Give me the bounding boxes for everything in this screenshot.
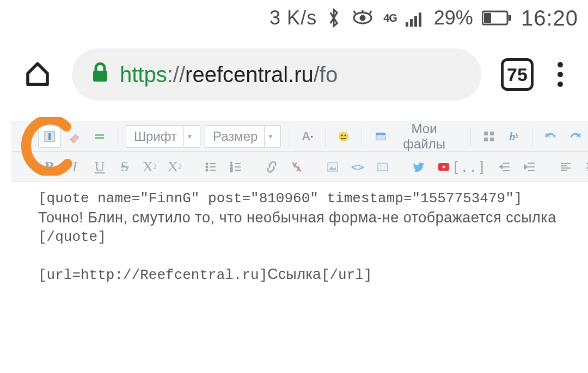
eye-icon xyxy=(351,10,375,26)
svg-rect-5 xyxy=(406,22,408,27)
underline-button[interactable]: U xyxy=(88,156,111,178)
editor-line: [quote name="FinnG" post="810960" timest… xyxy=(38,190,522,207)
tab-count-value: 75 xyxy=(507,64,528,85)
text-color-button[interactable]: A▪ xyxy=(296,125,318,148)
svg-rect-41 xyxy=(378,163,388,171)
twitter-button[interactable] xyxy=(407,156,430,178)
svg-marker-48 xyxy=(500,165,502,169)
network-speed: 3 K/s xyxy=(270,7,317,29)
url-bar[interactable]: https://reefcentral.ru/fo xyxy=(72,48,481,101)
svg-rect-7 xyxy=(414,16,417,27)
link-button[interactable] xyxy=(260,156,283,178)
bbcode-button[interactable]: bb xyxy=(503,125,525,148)
indent-button[interactable] xyxy=(518,156,541,178)
align-left-button[interactable] xyxy=(554,156,577,178)
numbered-list-button[interactable]: 123 xyxy=(224,156,247,178)
superscript-button[interactable]: X2 xyxy=(163,156,186,178)
undo-button[interactable] xyxy=(539,125,562,148)
svg-point-28 xyxy=(206,166,208,167)
image-button[interactable] xyxy=(321,156,344,178)
svg-rect-8 xyxy=(419,13,421,27)
svg-rect-23 xyxy=(490,132,494,135)
url-protocol: https xyxy=(120,63,167,86)
quote-button[interactable]: " xyxy=(371,156,394,178)
outdent-button[interactable] xyxy=(493,156,516,178)
svg-rect-24 xyxy=(484,138,488,141)
editor-toolbar-row-2: B I U S X2 X2 123 <> " xyxy=(11,152,588,182)
overflow-menu-icon[interactable] xyxy=(553,58,567,91)
font-select-label: Шрифт xyxy=(134,129,177,144)
svg-rect-11 xyxy=(484,13,491,23)
svg-point-1 xyxy=(360,16,365,20)
brackets-button[interactable]: [..] xyxy=(457,156,480,178)
my-files-button[interactable]: Мои файлы xyxy=(369,125,464,148)
bold-button[interactable]: B xyxy=(38,156,61,178)
grid-button[interactable] xyxy=(477,125,500,148)
font-select[interactable]: Шрифт ▼ xyxy=(126,125,200,148)
editor-line: Ссылка xyxy=(267,266,321,282)
subscript-button[interactable]: X2 xyxy=(138,156,161,178)
toggle-source-button[interactable] xyxy=(38,125,61,148)
url-separator: :// xyxy=(167,63,185,86)
redo-button[interactable] xyxy=(564,125,587,148)
home-icon[interactable] xyxy=(23,59,52,90)
svg-point-26 xyxy=(206,163,208,164)
page-frame: Шрифт ▼ Размер ▼ A▪ Мои файлы bb xyxy=(11,121,588,373)
editor-textarea[interactable]: [quote name="FinnG" post="810960" timest… xyxy=(11,182,588,373)
battery-icon xyxy=(482,10,512,26)
my-files-label: Мои файлы xyxy=(390,121,458,152)
svg-rect-12 xyxy=(93,71,107,82)
svg-rect-25 xyxy=(490,138,494,141)
strike-button[interactable]: S xyxy=(113,156,136,178)
editor-toolbar-row-1: Шрифт ▼ Размер ▼ A▪ Мои файлы bb xyxy=(11,121,588,152)
tab-count-button[interactable]: 75 xyxy=(501,58,534,91)
browser-bar: https://reefcentral.ru/fo 75 xyxy=(0,36,588,113)
battery-percent: 29% xyxy=(434,7,473,29)
svg-rect-6 xyxy=(410,19,413,27)
editor-line: [/url] xyxy=(321,267,372,283)
eraser-button[interactable] xyxy=(63,125,86,148)
svg-rect-15 xyxy=(95,134,104,136)
svg-rect-21 xyxy=(376,133,385,135)
italic-button[interactable]: I xyxy=(63,156,86,178)
svg-line-4 xyxy=(370,11,371,14)
svg-text:3: 3 xyxy=(230,168,232,173)
chevron-down-icon: ▼ xyxy=(183,126,195,147)
chevron-down-icon: ▼ xyxy=(264,126,276,147)
svg-point-30 xyxy=(206,169,208,171)
unlink-button[interactable] xyxy=(285,156,308,178)
svg-line-2 xyxy=(354,11,356,14)
svg-rect-16 xyxy=(95,137,104,139)
svg-point-17 xyxy=(339,132,348,141)
svg-text:": " xyxy=(380,163,383,171)
editor-line: Точно! Блин, смутило то, что необычная ф… xyxy=(38,209,556,226)
network-type-label: 4G xyxy=(383,14,397,23)
signal-icon xyxy=(406,9,425,27)
lock-icon xyxy=(91,62,109,88)
svg-point-18 xyxy=(341,134,343,136)
svg-line-38 xyxy=(292,163,301,171)
size-select[interactable]: Размер ▼ xyxy=(205,125,281,148)
url-path: /fo xyxy=(314,63,338,86)
align-center-button[interactable] xyxy=(579,156,588,178)
bluetooth-icon xyxy=(326,7,342,29)
svg-rect-22 xyxy=(484,132,488,135)
svg-rect-14 xyxy=(48,133,51,140)
svg-point-19 xyxy=(345,134,346,136)
emoji-button[interactable] xyxy=(332,125,355,148)
editor-line: [/quote] xyxy=(38,229,106,245)
code-button[interactable]: <> xyxy=(346,156,369,178)
network-4g-icon: 4G xyxy=(383,14,397,23)
editor-line: [url=http://Reefcentral.ru] xyxy=(38,267,267,283)
bulleted-list-button[interactable] xyxy=(199,156,222,178)
svg-marker-52 xyxy=(525,165,527,169)
url-host: reefcentral.ru xyxy=(185,63,314,86)
size-select-label: Размер xyxy=(213,129,258,144)
clock: 16:20 xyxy=(521,6,578,30)
status-bar: 3 K/s 4G 29% 16:20 xyxy=(0,0,588,36)
switch-button[interactable] xyxy=(88,125,111,148)
svg-rect-10 xyxy=(509,15,511,21)
